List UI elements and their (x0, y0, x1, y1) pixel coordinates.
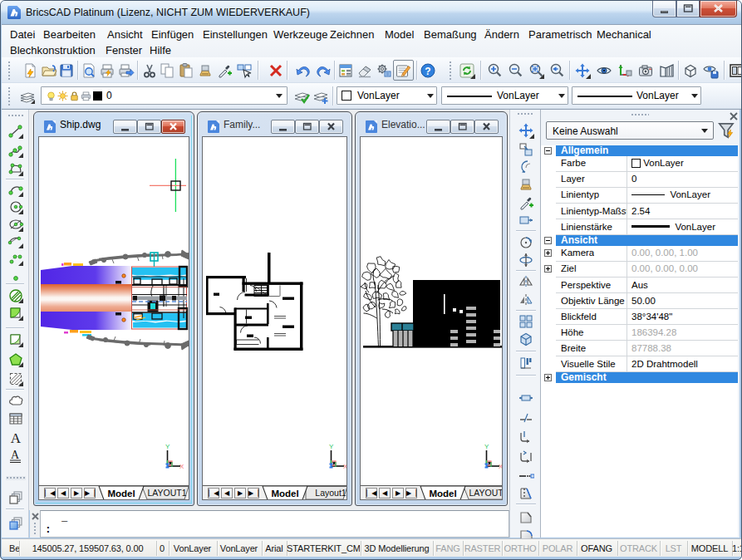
svg-text:Model: Model (429, 489, 456, 499)
svg-text:Y: Y (329, 443, 334, 450)
svg-text:Y: Y (484, 443, 489, 450)
svg-text:Model: Model (107, 489, 135, 499)
svg-text:LAYOUT1: LAYOUT1 (147, 488, 186, 498)
svg-text:?: ? (425, 65, 430, 76)
svg-text:A: A (11, 430, 22, 446)
svg-text:X: X (343, 463, 347, 469)
svg-text:Layout1: Layout1 (315, 488, 346, 498)
svg-text:A: A (11, 449, 20, 461)
svg-text:LAYOUT1: LAYOUT1 (469, 488, 503, 498)
svg-text:X: X (499, 463, 503, 469)
svg-text:X: X (179, 463, 184, 469)
svg-text:Model: Model (271, 489, 298, 499)
svg-text:Y: Y (165, 443, 170, 450)
